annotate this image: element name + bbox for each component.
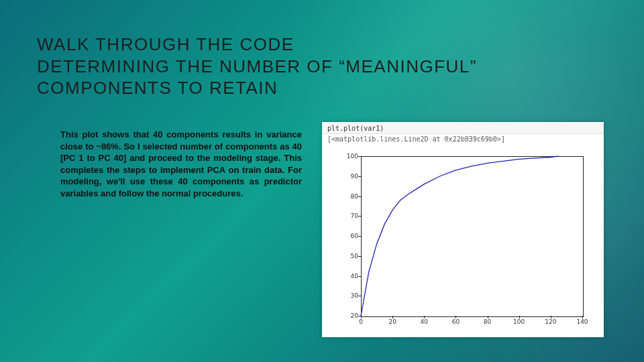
chart-area: 0204060801001201402030405060708090100 [335,149,590,330]
y-tick-label: 100 [337,153,358,160]
y-tick-label: 80 [337,193,358,200]
slide: WALK THROUGH THE CODEDETERMINING THE NUM… [0,0,644,362]
y-tick-label: 30 [337,292,358,299]
x-tick-label: 140 [576,318,588,325]
y-tick-label: 20 [337,312,358,319]
y-tick-label: 40 [337,273,358,280]
y-tick-label: 90 [337,173,358,180]
y-tick-label: 50 [337,253,358,259]
slide-title: WALK THROUGH THE CODEDETERMINING THE NUM… [37,34,604,99]
x-tick-label: 60 [452,318,460,325]
x-tick-label: 40 [421,318,428,325]
x-tick-label: 0 [359,318,363,325]
x-tick-label: 120 [545,318,556,325]
x-tick-label: 20 [388,318,396,325]
slide-body-text: This plot shows that 40 components resul… [60,129,302,199]
y-tick-label: 60 [337,233,358,239]
chart-line [361,156,582,316]
code-output-line: [<matplotlib.lines.Line2D at 0x22b039c69… [322,134,604,147]
notebook-figure: plt.plot(var1) [<matplotlib.lines.Line2D… [322,122,604,337]
code-cell-line: plt.plot(var1) [322,122,604,134]
y-tick-label: 70 [337,213,358,219]
x-tick-label: 100 [513,318,525,325]
x-tick-label: 80 [484,318,491,325]
